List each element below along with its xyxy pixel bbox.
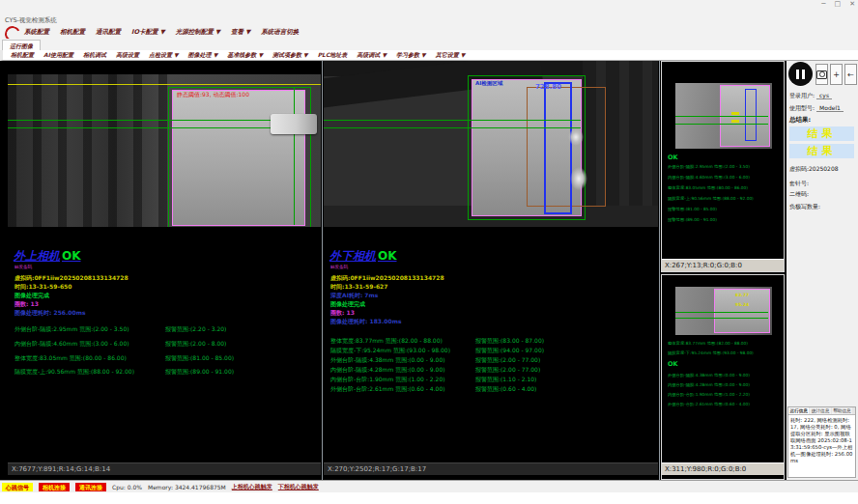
window-controls: ─ □ ✕: [821, 0, 855, 8]
left-camera-image[interactable]: 静态阈值:93, 动态阈值:100: [8, 74, 321, 227]
left-result-ok: OK: [62, 249, 81, 263]
model-label: 使用型号:: [789, 104, 815, 111]
left-green-vertical-line: [294, 88, 295, 225]
minimize-button[interactable]: ─: [821, 0, 825, 8]
log-tabs: 运行信息 统计信息 帮助信息: [788, 407, 855, 415]
middle-camera-name: 外下相机: [329, 249, 376, 263]
maximize-button[interactable]: □: [835, 0, 842, 8]
tool-camera-config[interactable]: 相机配置: [11, 51, 34, 60]
tool-learning-params[interactable]: 学习参数 ▼: [396, 51, 426, 60]
mini1-coordinates-bar: X:267;Y:13;R:0;G:0;B:0: [662, 259, 784, 271]
middle-measurement-row: 内侧台阶-隔膜:4.28mm 范围:(0.00 - 9.00) 报警范围:(2.…: [330, 366, 654, 375]
mini2-green-line: [675, 318, 768, 319]
mini1-text-line: 内侧台阶-隔膜:4.60mm 范围:(3.00 - 6.00): [668, 175, 782, 180]
middle-camera-title: 外下相机OK: [329, 248, 397, 265]
tool-ai-usage-config[interactable]: AI使用配置: [43, 51, 73, 60]
mini1-text-line: 隔膜宽度-上:90.56mm 范围:(88.00 - 92.00): [668, 196, 782, 201]
upper-camera-trigger-link[interactable]: 上相机心跳触发: [232, 483, 272, 491]
left-green-line-1: [8, 120, 302, 121]
tool-other-settings[interactable]: 其它设置 ▼: [436, 51, 466, 60]
back-button[interactable]: ←: [844, 64, 857, 85]
virtual-code-value: 20250208: [809, 165, 839, 172]
menu-item-system-config[interactable]: 系统配置: [24, 28, 49, 37]
panel-divider: [659, 61, 660, 480]
pause-button[interactable]: [788, 62, 813, 86]
left-time-text: 时间:13-31-59-650: [14, 283, 72, 292]
middle-measurement-row: 内侧台阶-台阶:1.90mm 范围:(1.00 - 2.20) 报警范围:(1.…: [330, 376, 654, 384]
left-bright-region: [172, 90, 305, 226]
alarm-range-text: 报警范围:(89.00 - 91.00): [165, 368, 234, 377]
panel-divider: [322, 61, 323, 480]
log-tab-run-info[interactable]: 运行信息: [788, 407, 809, 414]
tool-baseline-params[interactable]: 基准线参数 ▼: [227, 51, 263, 60]
left-camera-panel: 静态阈值:93, 动态阈值:100 外上相机OK 触发条码 虚拟码:0FF1ii…: [8, 61, 321, 480]
middle-camera-image[interactable]: AI检测区域 728.80: [324, 61, 658, 227]
log-tab-stats-info[interactable]: 统计信息: [810, 407, 830, 414]
menu-item-io-config[interactable]: IO卡配置 ▼: [131, 28, 165, 37]
tool-test-item-params[interactable]: 测试项参数 ▼: [272, 51, 308, 60]
middle-highlight-blob: [570, 167, 587, 190]
menu-item-comm-config[interactable]: 通讯配置: [96, 28, 121, 37]
cpu-usage-text: Cpu: 0.0%: [112, 484, 142, 490]
menu-item-view[interactable]: 查看 ▼: [231, 28, 250, 37]
middle-camera-panel: AI检测区域 728.80 外下相机OK 触发条码 虚拟码:0FF1iiw202…: [324, 61, 658, 480]
log-tab-help-info[interactable]: 帮助信息: [832, 407, 852, 414]
alarm-range-text: 报警范围:(0.60 - 4.00): [475, 385, 536, 394]
tool-plc-address-table[interactable]: PLC地址表: [318, 51, 348, 60]
alarm-range-text: 报警范围:(2.00 - 8.00): [165, 340, 226, 349]
mini2-image: 83.77 95.24: [675, 287, 772, 335]
tool-image-processing[interactable]: 图像处理 ▼: [188, 51, 218, 60]
tool-advanced-debug[interactable]: 高级调试 ▼: [357, 51, 386, 60]
mini2-text-line: 内侧台阶-隔膜:4.28mm 范围:(0.00 - 9.00): [668, 382, 782, 387]
side-panel: + ← 登录用户:cys 使用型号:Model1 总结果: 结果 结果 虚拟码:…: [786, 61, 858, 480]
pause-icon: [796, 70, 799, 79]
mini-view-1[interactable]: OK 外侧台阶-隔膜:2.95mm 范围:(2.00 - 3.50) 内侧台阶-…: [661, 61, 785, 272]
left-green-line-2: [8, 127, 302, 128]
camera-button[interactable]: [815, 64, 828, 85]
mini2-text-line: 内侧台阶-台阶:1.90mm 范围:(1.00 - 2.20): [668, 392, 782, 397]
middle-coordinates-bar: X:270;Y:2502;R:17;G:17;B:17: [324, 462, 658, 475]
alarm-range-text: 报警范围:(81.00 - 85.00): [165, 354, 234, 363]
lower-camera-trigger-link[interactable]: 下相机心跳触发: [278, 483, 319, 491]
alarm-range-text: 报警范围:(2.00 - 77.00): [475, 366, 540, 375]
mini-view-2[interactable]: 83.77 95.24 整体宽度:83.77mm 范围:(82.00 - 88.…: [661, 274, 785, 480]
left-measurement-row: 隔膜宽度-上:90.56mm 范围:(88.00 - 92.00) 报警范围:(…: [14, 368, 338, 377]
close-button[interactable]: ✕: [849, 0, 855, 8]
left-sub-label: 触发条码: [14, 265, 32, 269]
mini2-text-line: 外侧台阶-台阶:2.61mm 范围:(0.60 - 4.00): [668, 402, 782, 406]
middle-status-text: 图像处理完成: [330, 300, 365, 309]
left-camera-title: 外上相机OK: [14, 248, 81, 265]
main-content: 静态阈值:93, 动态阈值:100 外上相机OK 触发条码 虚拟码:0FF1ii…: [0, 61, 858, 480]
tool-camera-debug[interactable]: 相机调试: [83, 51, 106, 60]
left-count-text: 圈数: 13: [14, 300, 39, 309]
middle-blue-roi-rect: [544, 82, 572, 214]
middle-measurement-row: 外侧台阶-台阶:2.61mm 范围:(0.60 - 4.00) 报警范围:(0.…: [330, 385, 654, 394]
model-value: Model1: [816, 104, 844, 112]
menu-item-camera-config[interactable]: 相机配置: [60, 28, 85, 37]
login-user-row: 登录用户:cys: [789, 92, 832, 100]
middle-ai-time-text: 深度AI耗时: 7ms: [330, 292, 378, 300]
left-image-structure: [8, 74, 174, 227]
mini1-ok-text: OK: [668, 154, 678, 161]
left-status-text: 图像处理完成: [14, 292, 49, 300]
left-coordinates-bar: X:7677;Y:891;R:14;G:14;B:14: [8, 462, 321, 475]
tool-advanced-settings[interactable]: 高级设置: [116, 51, 139, 60]
result-box-2: 结果: [789, 144, 854, 158]
menu-item-light-config[interactable]: 光源控制配置 ▼: [176, 28, 220, 37]
mini1-yellow-mark: [731, 112, 739, 115]
pause-icon: [802, 70, 805, 79]
middle-green-line-2: [324, 127, 581, 128]
tool-spot-check-settings[interactable]: 点检设置 ▼: [149, 51, 179, 60]
status-bar: 心跳信号 相机连接 通讯连接 Cpu: 0.0% Memory: 3424.41…: [0, 480, 858, 492]
middle-elapsed-text: 图像处理耗时: 183.00ms: [330, 318, 401, 326]
middle-count-text: 圈数: 13: [330, 309, 355, 318]
left-measurement-row: 内侧台阶-隔膜:4.60mm 范围:(3.00 - 6.00) 报警范围:(2.…: [14, 340, 338, 349]
menu-item-language-switch[interactable]: 系统语言切换: [261, 28, 299, 37]
add-button[interactable]: +: [830, 64, 843, 85]
middle-measurement-row: 整体宽度:83.77mm 范围:(82.00 - 88.00) 报警范围:(83…: [330, 337, 654, 346]
measurement-text: 整体宽度:83.77mm 范围:(82.00 - 88.00): [330, 337, 443, 344]
mini1-yellow-mark: [731, 120, 739, 123]
needle-number-label: 套针号:: [789, 180, 809, 188]
alarm-range-text: 报警范围:(2.20 - 3.20): [165, 325, 226, 334]
plus-icon: +: [833, 70, 840, 79]
